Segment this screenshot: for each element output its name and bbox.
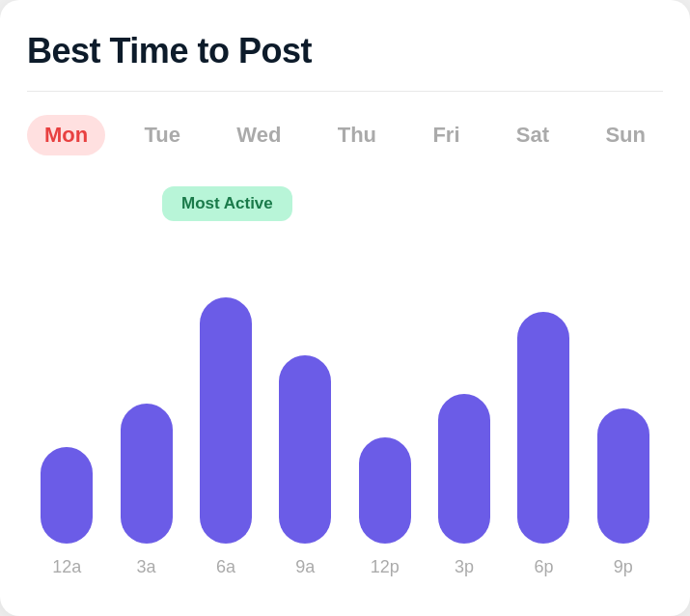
day-tab-wed[interactable]: Wed xyxy=(219,115,298,155)
day-tab-thu[interactable]: Thu xyxy=(320,115,394,155)
page-title: Best Time to Post xyxy=(27,31,663,71)
bar-12p[interactable] xyxy=(359,437,411,544)
day-tab-mon[interactable]: Mon xyxy=(27,115,105,155)
bar-3a[interactable] xyxy=(121,404,173,544)
bar-6p[interactable] xyxy=(517,312,569,544)
time-label-12a: 12a xyxy=(52,557,81,577)
time-label-9a: 9a xyxy=(295,557,315,577)
bar-wrapper-6p: 6p xyxy=(504,312,583,577)
day-tab-tue[interactable]: Tue xyxy=(127,115,198,155)
bar-wrapper-3a: 3a xyxy=(106,404,185,577)
time-label-3a: 3a xyxy=(137,557,156,577)
bar-9p[interactable] xyxy=(597,408,649,544)
chart-container: Most Active 12a3a6a9a12p3p6p9p xyxy=(27,186,663,589)
bar-3p[interactable] xyxy=(438,394,490,544)
time-label-6p: 6p xyxy=(534,557,553,577)
bar-wrapper-9a: 9a xyxy=(265,355,345,577)
time-label-6a: 6a xyxy=(216,557,235,577)
bar-12a[interactable] xyxy=(41,447,93,544)
day-tab-fri[interactable]: Fri xyxy=(415,115,477,155)
day-tab-sat[interactable]: Sat xyxy=(499,115,566,155)
bar-6a[interactable] xyxy=(200,297,252,544)
best-time-card: Best Time to Post MonTueWedThuFriSatSun … xyxy=(0,0,690,616)
bar-wrapper-6a: 6a xyxy=(186,297,265,577)
divider xyxy=(27,91,663,92)
bar-wrapper-12p: 12p xyxy=(345,437,425,577)
day-tabs: MonTueWedThuFriSatSun xyxy=(27,115,663,155)
time-label-9p: 9p xyxy=(614,557,633,577)
bar-9a[interactable] xyxy=(279,355,331,544)
bar-wrapper-9p: 9p xyxy=(584,408,663,577)
day-tab-sun[interactable]: Sun xyxy=(588,115,663,155)
time-label-12p: 12p xyxy=(371,557,400,577)
bar-wrapper-12a: 12a xyxy=(27,447,106,577)
most-active-badge: Most Active xyxy=(162,186,292,221)
time-label-3p: 3p xyxy=(455,557,474,577)
bars-area: 12a3a6a9a12p3p6p9p xyxy=(27,186,663,589)
bar-wrapper-3p: 3p xyxy=(425,394,504,577)
